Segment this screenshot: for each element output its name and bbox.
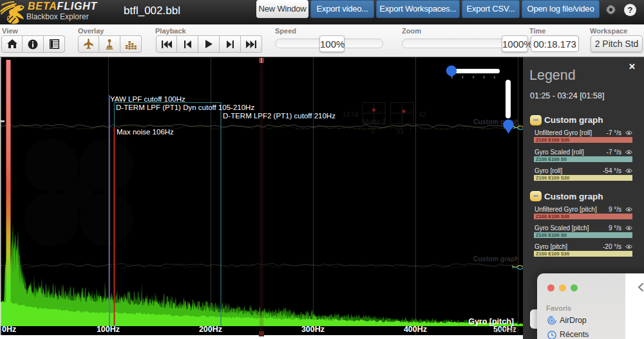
svg-text:YAW LPF cutoff 100Hz: YAW LPF cutoff 100Hz [110,95,185,103]
svg-text:D-TERM LPF2 (PT1) cutoff 210Hz: D-TERM LPF2 (PT1) cutoff 210Hz [223,112,336,120]
svg-text:400Hz: 400Hz [404,325,427,334]
svg-text:0Hz: 0Hz [2,325,16,334]
svg-text:42: 42 [419,111,426,118]
svg-text:Mode 2: Mode 2 [363,118,386,125]
svg-text:300Hz: 300Hz [301,325,325,334]
svg-text:1674: 1674 [343,111,358,118]
svg-text:D-TERM LPF (PT1) Dyn cutoff 10: D-TERM LPF (PT1) Dyn cutoff 105-210Hz [116,104,254,111]
svg-text:017.56: 017.56 [495,327,516,334]
svg-text:100Hz: 100Hz [97,325,120,334]
svg-text:200Hz: 200Hz [199,325,222,334]
svg-text:Max noise 106Hz: Max noise 106Hz [117,128,174,136]
svg-text:Gyro [pitch]: Gyro [pitch] [468,317,514,326]
svg-text:Custom graph: Custom graph [473,255,519,262]
